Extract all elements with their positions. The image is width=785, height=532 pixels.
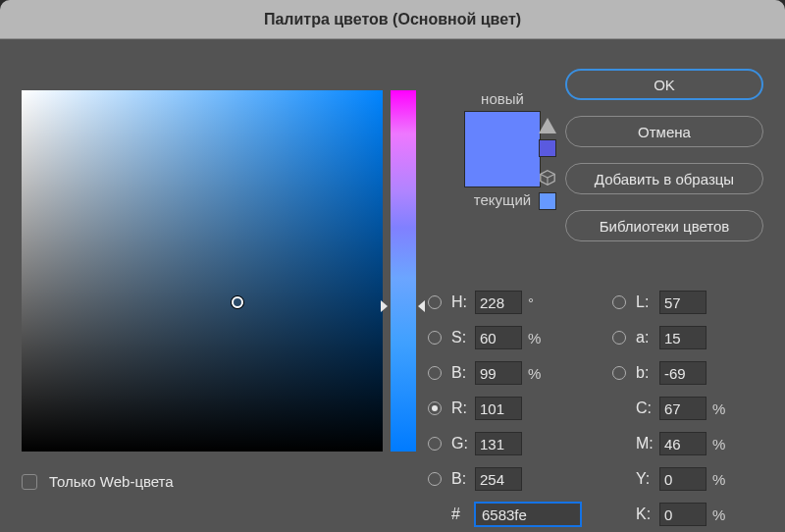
radio-s[interactable] — [428, 331, 442, 345]
input-rgb-b[interactable] — [475, 467, 522, 491]
label-k: K: — [636, 505, 659, 523]
web-colors-label: Только Web-цвета — [49, 473, 174, 490]
input-r[interactable] — [475, 397, 522, 420]
hue-thumb-left[interactable] — [381, 300, 388, 312]
label-r: R: — [451, 399, 475, 417]
new-color-label: новый — [444, 90, 561, 107]
svg-line-1 — [541, 174, 548, 178]
color-fields-right: L: a: b: C: % — [612, 285, 779, 532]
input-s[interactable] — [475, 326, 522, 349]
input-lab-b[interactable] — [659, 361, 706, 385]
unit-m: % — [712, 436, 732, 452]
label-rgb-b: B: — [451, 470, 475, 488]
label-y: Y: — [636, 470, 659, 488]
web-safe-swatch[interactable] — [539, 192, 556, 210]
radio-l[interactable] — [612, 295, 626, 309]
web-colors-only: Только Web-цвета — [22, 473, 174, 490]
hue-thumb-right[interactable] — [418, 300, 425, 312]
warning-column — [537, 118, 560, 222]
dialog-buttons: OK Отмена Добавить в образцы Библиотеки … — [565, 69, 763, 257]
web-safe-warning-icon[interactable] — [539, 169, 556, 186]
unit-s: % — [528, 330, 548, 346]
input-hsb-b[interactable] — [475, 361, 522, 385]
gamut-warning-swatch[interactable] — [539, 139, 556, 157]
label-l: L: — [636, 293, 659, 311]
radio-hsb-b[interactable] — [428, 366, 442, 380]
radio-h[interactable] — [428, 295, 442, 309]
input-hex[interactable] — [475, 503, 581, 526]
unit-c: % — [712, 400, 732, 417]
input-m[interactable] — [659, 432, 706, 455]
label-hsb-b: B: — [451, 364, 475, 382]
input-h[interactable] — [475, 291, 522, 314]
radio-rgb-b[interactable] — [428, 472, 442, 486]
radio-lab-b[interactable] — [612, 366, 626, 380]
ok-button[interactable]: OK — [565, 69, 763, 100]
cancel-button[interactable]: Отмена — [565, 116, 763, 147]
radio-a[interactable] — [612, 331, 626, 345]
new-color-swatch — [464, 111, 541, 187]
unit-hsb-b: % — [528, 365, 548, 382]
dialog-title: Палитра цветов (Основной цвет) — [0, 0, 785, 39]
label-c: C: — [636, 399, 659, 417]
radio-g[interactable] — [428, 437, 442, 451]
svg-line-2 — [548, 174, 554, 178]
color-libraries-button[interactable]: Библиотеки цветов — [565, 210, 763, 241]
input-g[interactable] — [475, 432, 522, 455]
input-c[interactable] — [659, 397, 706, 420]
gamut-warning-icon[interactable] — [539, 118, 556, 133]
unit-k: % — [712, 506, 732, 523]
label-h: H: — [451, 293, 475, 311]
hue-slider[interactable] — [391, 90, 416, 452]
input-l[interactable] — [659, 291, 706, 314]
label-lab-b: b: — [636, 364, 659, 382]
label-g: G: — [451, 435, 475, 452]
input-y[interactable] — [659, 467, 706, 491]
input-a[interactable] — [659, 326, 706, 349]
label-a: a: — [636, 329, 659, 346]
web-colors-checkbox[interactable] — [22, 474, 37, 490]
hex-label: # — [451, 505, 475, 523]
add-to-swatches-button[interactable]: Добавить в образцы — [565, 163, 763, 194]
label-m: M: — [636, 435, 659, 452]
saturation-brightness-field[interactable] — [22, 90, 383, 452]
sv-cursor[interactable] — [232, 296, 243, 308]
radio-r[interactable] — [428, 401, 442, 415]
label-s: S: — [451, 329, 475, 346]
dialog-body: новый текущий OK Отмена Добавить в образ… — [0, 39, 785, 532]
color-picker-dialog: Палитра цветов (Основной цвет) новый тек… — [0, 0, 785, 532]
unit-h: ° — [528, 294, 548, 311]
input-k[interactable] — [659, 503, 706, 526]
unit-y: % — [712, 471, 732, 488]
